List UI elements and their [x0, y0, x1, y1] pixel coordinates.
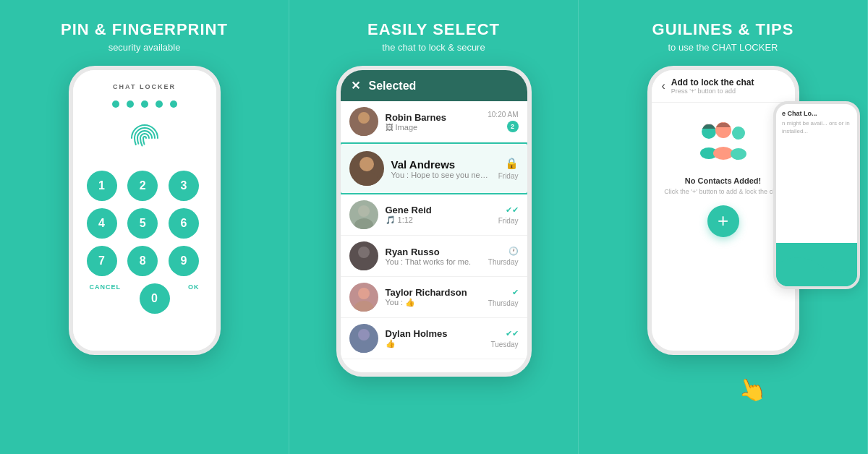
svg-point-9	[354, 301, 373, 312]
panel3-title: GUILINES & TIPS	[652, 20, 794, 39]
chat-info-ryan: Ryan Russo You : That works for me.	[386, 247, 481, 266]
chat-name-robin: Robin Barnes	[386, 112, 481, 123]
teal-wave	[776, 243, 857, 286]
chat-name-ryan: Ryan Russo	[386, 247, 481, 257]
lock-icon: 🔒	[505, 157, 519, 170]
chat-info-gene: Gene Reid 🎵 1:12	[386, 205, 491, 225]
phone-frame-2: ✕ Selected Robin Barnes 🖼 Image 10:20 AM…	[336, 66, 532, 377]
chat-preview-dylan: 👍	[386, 339, 484, 348]
chat-meta-gene: ✔✔ Friday	[498, 205, 519, 225]
chat-info-robin: Robin Barnes 🖼 Image	[386, 112, 481, 132]
chat-info-val: Val Andrews You : Hope to see you next S…	[391, 158, 491, 179]
no-contacts-label: No Contacts Added!	[685, 176, 761, 185]
no-contacts-hint: Click the '+' button to add & lock the c…	[664, 187, 781, 197]
chat-item-gene[interactable]: Gene Reid 🎵 1:12 ✔✔ Friday	[341, 194, 527, 236]
chat-item-val[interactable]: Val Andrews You : Hope to see you next S…	[339, 142, 529, 194]
chat-preview-gene: 🎵 1:12	[386, 215, 491, 225]
pin-key-9[interactable]: 9	[169, 246, 199, 276]
chat-time-dylan: Tuesday	[491, 340, 519, 348]
chat-list: Robin Barnes 🖼 Image 10:20 AM 2 Val Andr…	[341, 101, 527, 359]
chat-item-dylan[interactable]: Dylan Holmes 👍 ✔✔ Tuesday	[341, 318, 527, 359]
panel1-subtitle: security available	[109, 42, 181, 53]
check-icon-dylan: ✔✔	[506, 329, 519, 338]
panel-guidelines: GUILINES & TIPS to use the CHAT LOCKER ‹…	[579, 0, 868, 454]
pin-key-6[interactable]: 6	[169, 208, 199, 239]
chat-name-dylan: Dylan Holmes	[386, 328, 484, 339]
pin-key-3[interactable]: 3	[169, 171, 199, 201]
svg-point-0	[358, 112, 370, 124]
chat-time-val: Friday	[498, 172, 519, 180]
panel3-subtitle: to use the CHAT LOCKER	[668, 42, 778, 53]
panel-pin-fingerprint: PIN & FINGERPRINT security available CHA…	[0, 0, 289, 454]
chat-meta-ryan: 🕐 Thursday	[488, 247, 519, 266]
svg-point-7	[354, 260, 373, 270]
badge-robin: 2	[507, 121, 519, 132]
pin-dot	[127, 100, 134, 108]
chat-time-robin: 10:20 AM	[488, 111, 518, 119]
secondary-text: n might be avail... ors or in installed.…	[782, 119, 851, 135]
guide-header: ‹ Add to lock the chat Press '+' button …	[652, 70, 795, 103]
pin-key-4[interactable]: 4	[87, 208, 117, 239]
chat-name-val: Val Andrews	[391, 158, 491, 171]
clock-icon-ryan: 🕐	[509, 247, 519, 256]
chat-item-ryan[interactable]: Ryan Russo You : That works for me. 🕐 Th…	[341, 236, 527, 277]
pin-key-2[interactable]: 2	[127, 171, 158, 201]
chat-preview-val: You : Hope to see you next Satur...	[391, 171, 491, 179]
svg-point-16	[732, 127, 745, 140]
svg-point-5	[354, 218, 373, 229]
add-button[interactable]: +	[707, 205, 739, 237]
chat-meta-val: 🔒 Friday	[498, 157, 519, 180]
pin-bottom-row: CANCEL 0 OK	[87, 283, 203, 314]
phone-frame-secondary: e Chat Lo... n might be avail... ors or …	[773, 101, 860, 289]
svg-point-11	[354, 342, 373, 353]
guide-header-text: Add to lock the chat Press '+' button to…	[671, 77, 754, 95]
chat-time-ryan: Thursday	[488, 258, 519, 266]
panel2-title: EASILY SELECT	[367, 20, 500, 39]
close-icon[interactable]: ✕	[351, 79, 360, 93]
pin-grid: 1 2 3 4 5 6 7 8 9	[87, 171, 203, 276]
pin-key-5[interactable]: 5	[127, 208, 158, 239]
svg-point-15	[713, 147, 733, 160]
svg-point-4	[358, 205, 370, 217]
ok-button[interactable]: OK	[188, 283, 200, 314]
back-icon[interactable]: ‹	[662, 80, 665, 93]
pin-key-8[interactable]: 8	[127, 246, 158, 276]
chat-item-robin[interactable]: Robin Barnes 🖼 Image 10:20 AM 2	[341, 101, 527, 142]
people-illustration	[691, 117, 756, 168]
pin-key-0[interactable]: 0	[140, 283, 170, 314]
svg-point-6	[358, 247, 370, 258]
panel-easily-select: EASILY SELECT the chat to lock & secure …	[289, 0, 579, 454]
svg-point-2	[359, 157, 374, 171]
chat-item-taylor[interactable]: Taylor Richardson You : 👍 ✔ Thursday	[341, 277, 527, 318]
chat-info-dylan: Dylan Holmes 👍	[386, 328, 484, 348]
wave-svg	[776, 243, 860, 286]
guide-screen-hint: Press '+' button to add	[671, 87, 754, 95]
pin-dots-row	[112, 100, 177, 108]
check-icon-gene: ✔✔	[506, 205, 519, 215]
pin-key-7[interactable]: 7	[87, 246, 117, 276]
chat-meta-taylor: ✔ Thursday	[488, 288, 519, 307]
chat-meta-robin: 10:20 AM 2	[488, 111, 518, 132]
chat-time-gene: Friday	[498, 217, 519, 225]
cancel-button[interactable]: CANCEL	[90, 283, 122, 314]
pin-dot	[156, 100, 163, 108]
svg-point-10	[358, 329, 370, 340]
pin-key-1[interactable]: 1	[87, 171, 117, 201]
chat-time-taylor: Thursday	[488, 299, 519, 307]
panel2-subtitle: the chat to lock & secure	[382, 42, 485, 53]
avatar-val	[349, 151, 384, 186]
avatar-ryan	[349, 241, 378, 270]
pin-dot	[170, 100, 177, 108]
check-icon-taylor: ✔	[512, 288, 519, 297]
hand-pointer-icon: 👆	[733, 372, 770, 407]
chat-header: ✕ Selected	[341, 70, 527, 101]
guide-screen-title: Add to lock the chat	[671, 77, 754, 87]
selected-label: Selected	[369, 80, 417, 93]
secondary-inner: e Chat Lo... n might be avail... ors or …	[776, 104, 857, 141]
avatar-taylor	[349, 283, 378, 312]
pin-dot	[141, 100, 148, 108]
chat-preview-ryan: You : That works for me.	[386, 257, 481, 266]
avatar-robin	[349, 107, 378, 136]
svg-point-3	[355, 172, 378, 186]
avatar-dylan	[349, 324, 378, 353]
